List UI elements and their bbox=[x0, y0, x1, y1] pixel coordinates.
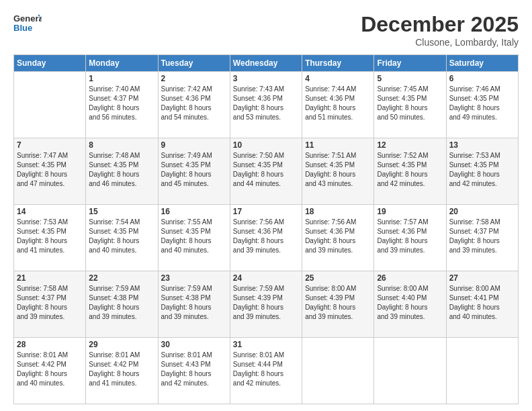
calendar-cell: 23Sunrise: 7:59 AMSunset: 4:38 PMDayligh… bbox=[158, 271, 230, 338]
day-number: 21 bbox=[17, 273, 83, 283]
header: General Blue December 2025 Clusone, Lomb… bbox=[13, 12, 519, 48]
day-info: Sunrise: 7:48 AMSunset: 4:35 PMDaylight:… bbox=[89, 151, 154, 189]
calendar-body: 1Sunrise: 7:40 AMSunset: 4:37 PMDaylight… bbox=[14, 72, 519, 404]
day-info: Sunrise: 7:43 AMSunset: 4:36 PMDaylight:… bbox=[233, 85, 299, 122]
calendar-cell: 29Sunrise: 8:01 AMSunset: 4:42 PMDayligh… bbox=[86, 338, 158, 404]
calendar-cell: 7Sunrise: 7:47 AMSunset: 4:35 PMDaylight… bbox=[14, 138, 86, 205]
day-number: 31 bbox=[233, 340, 299, 349]
weekday-saturday: Saturday bbox=[446, 55, 518, 72]
day-number: 22 bbox=[89, 273, 154, 283]
day-info: Sunrise: 7:58 AMSunset: 4:37 PMDaylight:… bbox=[17, 284, 83, 322]
calendar-cell: 24Sunrise: 7:59 AMSunset: 4:39 PMDayligh… bbox=[230, 271, 302, 338]
day-number: 13 bbox=[449, 140, 515, 150]
day-info: Sunrise: 7:53 AMSunset: 4:35 PMDaylight:… bbox=[449, 151, 515, 189]
calendar-cell: 5Sunrise: 7:45 AMSunset: 4:35 PMDaylight… bbox=[374, 72, 446, 138]
day-info: Sunrise: 7:55 AMSunset: 4:35 PMDaylight:… bbox=[161, 218, 227, 255]
calendar-cell bbox=[374, 338, 446, 404]
week-row-2: 14Sunrise: 7:53 AMSunset: 4:35 PMDayligh… bbox=[14, 205, 519, 271]
day-number: 5 bbox=[377, 74, 443, 83]
calendar-cell: 26Sunrise: 8:00 AMSunset: 4:40 PMDayligh… bbox=[374, 271, 446, 338]
day-number: 30 bbox=[161, 340, 227, 349]
calendar-cell: 1Sunrise: 7:40 AMSunset: 4:37 PMDaylight… bbox=[86, 72, 158, 138]
day-number: 17 bbox=[233, 207, 299, 216]
calendar-cell: 10Sunrise: 7:50 AMSunset: 4:35 PMDayligh… bbox=[230, 138, 302, 205]
day-number: 14 bbox=[17, 207, 83, 216]
day-info: Sunrise: 7:59 AMSunset: 4:39 PMDaylight:… bbox=[233, 284, 299, 322]
weekday-header-row: SundayMondayTuesdayWednesdayThursdayFrid… bbox=[14, 55, 519, 72]
day-number: 10 bbox=[233, 140, 299, 150]
calendar-cell: 4Sunrise: 7:44 AMSunset: 4:36 PMDaylight… bbox=[302, 72, 374, 138]
day-number: 11 bbox=[305, 140, 371, 150]
calendar-cell: 12Sunrise: 7:52 AMSunset: 4:35 PMDayligh… bbox=[374, 138, 446, 205]
calendar-cell: 17Sunrise: 7:56 AMSunset: 4:36 PMDayligh… bbox=[230, 205, 302, 271]
day-number: 4 bbox=[305, 74, 371, 83]
calendar-cell: 6Sunrise: 7:46 AMSunset: 4:35 PMDaylight… bbox=[446, 72, 518, 138]
day-number: 6 bbox=[449, 74, 515, 83]
calendar-cell: 31Sunrise: 8:01 AMSunset: 4:44 PMDayligh… bbox=[230, 338, 302, 404]
day-info: Sunrise: 7:47 AMSunset: 4:35 PMDaylight:… bbox=[17, 151, 83, 189]
day-number: 23 bbox=[161, 273, 227, 283]
calendar-cell: 8Sunrise: 7:48 AMSunset: 4:35 PMDaylight… bbox=[86, 138, 158, 205]
day-info: Sunrise: 8:01 AMSunset: 4:44 PMDaylight:… bbox=[233, 351, 299, 388]
calendar-cell: 3Sunrise: 7:43 AMSunset: 4:36 PMDaylight… bbox=[230, 72, 302, 138]
calendar-cell: 15Sunrise: 7:54 AMSunset: 4:35 PMDayligh… bbox=[86, 205, 158, 271]
week-row-1: 7Sunrise: 7:47 AMSunset: 4:35 PMDaylight… bbox=[14, 138, 519, 205]
calendar-cell bbox=[446, 338, 518, 404]
weekday-thursday: Thursday bbox=[302, 55, 374, 72]
calendar-table: SundayMondayTuesdayWednesdayThursdayFrid… bbox=[13, 54, 519, 404]
calendar-cell: 30Sunrise: 8:01 AMSunset: 4:43 PMDayligh… bbox=[158, 338, 230, 404]
svg-text:Blue: Blue bbox=[13, 23, 32, 33]
weekday-wednesday: Wednesday bbox=[230, 55, 302, 72]
calendar-cell: 21Sunrise: 7:58 AMSunset: 4:37 PMDayligh… bbox=[14, 271, 86, 338]
day-info: Sunrise: 7:44 AMSunset: 4:36 PMDaylight:… bbox=[305, 85, 371, 122]
calendar-cell bbox=[14, 72, 86, 138]
day-number: 18 bbox=[305, 207, 371, 216]
day-info: Sunrise: 8:01 AMSunset: 4:43 PMDaylight:… bbox=[161, 351, 227, 388]
week-row-0: 1Sunrise: 7:40 AMSunset: 4:37 PMDaylight… bbox=[14, 72, 519, 138]
calendar-cell: 9Sunrise: 7:49 AMSunset: 4:35 PMDaylight… bbox=[158, 138, 230, 205]
day-info: Sunrise: 7:51 AMSunset: 4:35 PMDaylight:… bbox=[305, 151, 371, 189]
day-info: Sunrise: 7:53 AMSunset: 4:35 PMDaylight:… bbox=[17, 218, 83, 255]
calendar-cell: 13Sunrise: 7:53 AMSunset: 4:35 PMDayligh… bbox=[446, 138, 518, 205]
day-info: Sunrise: 8:01 AMSunset: 4:42 PMDaylight:… bbox=[89, 351, 154, 388]
calendar-cell: 25Sunrise: 8:00 AMSunset: 4:39 PMDayligh… bbox=[302, 271, 374, 338]
calendar-cell: 18Sunrise: 7:56 AMSunset: 4:36 PMDayligh… bbox=[302, 205, 374, 271]
day-info: Sunrise: 7:58 AMSunset: 4:37 PMDaylight:… bbox=[449, 218, 515, 255]
day-info: Sunrise: 8:00 AMSunset: 4:39 PMDaylight:… bbox=[305, 284, 371, 322]
logo: General Blue bbox=[13, 12, 42, 36]
day-info: Sunrise: 7:46 AMSunset: 4:35 PMDaylight:… bbox=[449, 85, 515, 122]
day-info: Sunrise: 7:40 AMSunset: 4:37 PMDaylight:… bbox=[89, 85, 154, 122]
day-number: 3 bbox=[233, 74, 299, 83]
calendar-cell: 19Sunrise: 7:57 AMSunset: 4:36 PMDayligh… bbox=[374, 205, 446, 271]
calendar-cell bbox=[302, 338, 374, 404]
day-info: Sunrise: 8:00 AMSunset: 4:40 PMDaylight:… bbox=[377, 284, 443, 322]
day-number: 1 bbox=[89, 74, 154, 83]
day-number: 29 bbox=[89, 340, 154, 349]
day-number: 16 bbox=[161, 207, 227, 216]
week-row-4: 28Sunrise: 8:01 AMSunset: 4:42 PMDayligh… bbox=[14, 338, 519, 404]
day-number: 25 bbox=[305, 273, 371, 283]
calendar-cell: 22Sunrise: 7:59 AMSunset: 4:38 PMDayligh… bbox=[86, 271, 158, 338]
month-title: December 2025 bbox=[361, 12, 519, 37]
day-info: Sunrise: 8:01 AMSunset: 4:42 PMDaylight:… bbox=[17, 351, 83, 388]
day-number: 9 bbox=[161, 140, 227, 150]
day-info: Sunrise: 7:54 AMSunset: 4:35 PMDaylight:… bbox=[89, 218, 154, 255]
day-info: Sunrise: 7:59 AMSunset: 4:38 PMDaylight:… bbox=[161, 284, 227, 322]
day-info: Sunrise: 7:52 AMSunset: 4:35 PMDaylight:… bbox=[377, 151, 443, 189]
weekday-tuesday: Tuesday bbox=[158, 55, 230, 72]
day-info: Sunrise: 7:42 AMSunset: 4:36 PMDaylight:… bbox=[161, 85, 227, 122]
day-info: Sunrise: 7:59 AMSunset: 4:38 PMDaylight:… bbox=[89, 284, 154, 322]
day-info: Sunrise: 7:49 AMSunset: 4:35 PMDaylight:… bbox=[161, 151, 227, 189]
day-number: 27 bbox=[449, 273, 515, 283]
weekday-friday: Friday bbox=[374, 55, 446, 72]
day-number: 12 bbox=[377, 140, 443, 150]
day-number: 26 bbox=[377, 273, 443, 283]
logo-svg: General Blue bbox=[13, 12, 42, 36]
week-row-3: 21Sunrise: 7:58 AMSunset: 4:37 PMDayligh… bbox=[14, 271, 519, 338]
day-number: 8 bbox=[89, 140, 154, 150]
day-number: 24 bbox=[233, 273, 299, 283]
calendar-cell: 14Sunrise: 7:53 AMSunset: 4:35 PMDayligh… bbox=[14, 205, 86, 271]
day-info: Sunrise: 8:00 AMSunset: 4:41 PMDaylight:… bbox=[449, 284, 515, 322]
day-number: 15 bbox=[89, 207, 154, 216]
location: Clusone, Lombardy, Italy bbox=[361, 37, 519, 48]
